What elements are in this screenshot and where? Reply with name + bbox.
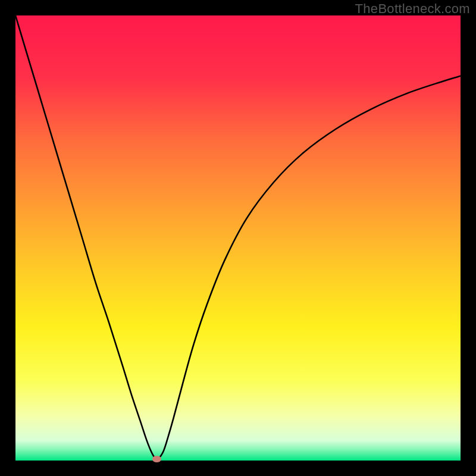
watermark-text: TheBottleneck.com — [355, 1, 470, 17]
min-marker — [152, 456, 161, 462]
chart-frame: TheBottleneck.com — [0, 0, 476, 476]
bottleneck-chart — [15, 15, 461, 461]
